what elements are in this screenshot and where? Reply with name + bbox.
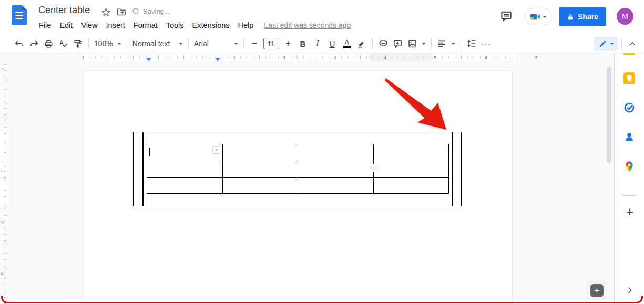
table-cell[interactable] <box>374 161 449 178</box>
column-resize-handle[interactable] <box>220 54 222 60</box>
account-avatar[interactable]: M <box>617 8 633 25</box>
table-cell[interactable] <box>374 144 449 161</box>
redo-button[interactable] <box>27 37 40 50</box>
zoom-value: 100% <box>94 39 113 48</box>
table-cell[interactable] <box>298 178 374 195</box>
menu-file[interactable]: File <box>35 19 55 31</box>
share-label: Share <box>578 13 598 21</box>
contacts-icon[interactable] <box>623 131 635 143</box>
print-button[interactable] <box>42 37 55 50</box>
sync-icon <box>131 7 140 15</box>
move-folder-icon[interactable] <box>116 6 127 18</box>
cell-dropdown-button[interactable] <box>212 146 220 154</box>
cell-dropdown-caret-icon <box>215 149 218 151</box>
maps-icon[interactable] <box>623 161 635 172</box>
tasks-icon[interactable] <box>623 102 635 113</box>
svg-text:A: A <box>59 39 64 47</box>
vertical-scrollbar[interactable] <box>607 67 611 163</box>
paragraph-style-value: Normal text <box>132 39 170 48</box>
paragraph-style-select[interactable]: Normal text <box>130 39 185 48</box>
hide-menus-button[interactable] <box>626 37 639 50</box>
menubar: File Edit View Insert Format Tools Exten… <box>35 19 351 32</box>
table-cell[interactable] <box>147 144 223 161</box>
toolbar-more-button[interactable]: ··· <box>479 37 493 50</box>
text-color-swatch <box>343 46 351 48</box>
image-icon <box>407 39 417 49</box>
panel-divider <box>622 195 637 196</box>
menu-format[interactable]: Format <box>129 19 162 31</box>
pencil-icon <box>598 39 607 48</box>
font-size-increase-button[interactable]: + <box>281 37 295 50</box>
column-resize-handle[interactable] <box>372 54 374 60</box>
saving-status: Saving... <box>143 7 170 15</box>
document-title[interactable]: Center table <box>38 5 90 16</box>
indent-marker[interactable] <box>146 58 151 61</box>
toolbar: A 100% Normal text Arial − 11 + B I U A <box>0 35 644 53</box>
meet-button[interactable] <box>525 8 552 25</box>
zoom-caret-icon <box>117 43 121 45</box>
font-value: Arial <box>194 39 209 48</box>
image-caret-icon <box>422 43 426 45</box>
lock-icon <box>567 13 574 21</box>
explore-star-icon <box>590 284 604 297</box>
paint-format-button[interactable] <box>71 37 85 50</box>
vertical-ruler: 1 1 2 3 <box>0 62 9 304</box>
table-cell[interactable] <box>374 178 449 195</box>
column-resize-handle[interactable] <box>296 54 299 60</box>
align-left-icon <box>437 39 447 49</box>
star-icon[interactable] <box>100 6 111 18</box>
meet-caret-icon <box>543 16 547 18</box>
hide-side-panel-button[interactable] <box>625 286 635 295</box>
comments-icon[interactable] <box>500 10 514 24</box>
insert-link-button[interactable] <box>376 37 390 50</box>
spellcheck-button[interactable]: A <box>56 37 70 50</box>
menu-insert[interactable]: Insert <box>102 19 129 31</box>
side-panel: 31 + <box>614 35 644 304</box>
text-cursor <box>149 148 150 156</box>
menu-extensions[interactable]: Extensions <box>188 19 234 31</box>
menu-help[interactable]: Help <box>234 19 258 31</box>
font-size-input[interactable]: 11 <box>263 38 279 49</box>
explore-button[interactable] <box>587 280 607 300</box>
editing-mode-button[interactable] <box>594 37 618 51</box>
table-cell[interactable] <box>223 144 298 161</box>
highlight-button[interactable] <box>355 37 369 50</box>
menu-edit[interactable]: Edit <box>55 19 77 31</box>
avatar-letter: M <box>622 12 628 20</box>
table-cell[interactable] <box>223 178 298 195</box>
line-spacing-button[interactable] <box>465 37 478 50</box>
table-cell[interactable] <box>298 144 374 161</box>
table-cell[interactable] <box>147 161 223 178</box>
table-cell[interactable] <box>147 178 223 195</box>
document-canvas: 1 1 2 3 4 5 6 7 1 1 2 3 <box>0 53 614 304</box>
docs-logo-icon[interactable] <box>12 5 27 25</box>
italic-button[interactable]: I <box>311 37 324 50</box>
font-size-decrease-button[interactable]: − <box>248 37 261 50</box>
style-caret-icon <box>179 43 183 45</box>
insert-image-button[interactable] <box>405 39 428 49</box>
table-right-guide <box>452 132 453 206</box>
document-table <box>147 144 449 194</box>
table-cell[interactable] <box>223 161 298 178</box>
align-caret-icon <box>451 43 455 45</box>
font-select[interactable]: Arial <box>192 39 240 48</box>
table-left-guide <box>142 132 144 206</box>
mode-caret-icon <box>610 43 614 45</box>
column-resize-hint-icon <box>365 163 382 173</box>
zoom-select[interactable]: 100% <box>92 39 124 48</box>
align-button[interactable] <box>435 39 457 49</box>
share-button[interactable]: Share <box>559 7 606 26</box>
text-color-button[interactable]: A <box>340 37 354 50</box>
menu-view[interactable]: View <box>77 19 101 31</box>
row-resize-handle[interactable] <box>2 176 8 179</box>
bold-button[interactable]: B <box>296 37 310 50</box>
table-cell[interactable] <box>298 161 374 178</box>
underline-button[interactable]: U <box>325 37 339 50</box>
keep-icon[interactable] <box>623 72 635 84</box>
get-addons-button[interactable]: + <box>623 205 636 218</box>
undo-button[interactable] <box>12 37 26 50</box>
add-comment-button[interactable] <box>391 37 405 50</box>
last-edit-link[interactable]: Last edit was seconds ago <box>264 21 351 29</box>
menu-tools[interactable]: Tools <box>162 19 188 31</box>
row-resize-handle[interactable] <box>2 160 8 162</box>
